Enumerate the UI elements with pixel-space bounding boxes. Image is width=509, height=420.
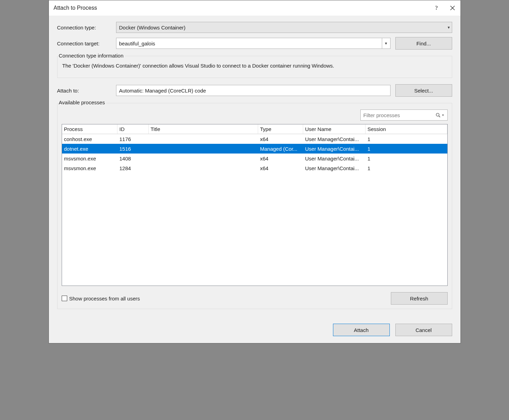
table-cell: 1284 xyxy=(117,165,149,171)
table-row[interactable]: msvsmon.exe1408x64User Manager\Contai...… xyxy=(62,154,447,163)
table-cell: User Manager\Contai... xyxy=(303,156,366,161)
table-cell: User Manager\Contai... xyxy=(303,165,366,171)
table-cell: x64 xyxy=(258,165,303,171)
dialog-title: Attach to Process xyxy=(54,5,97,11)
close-button[interactable] xyxy=(445,0,460,16)
process-table[interactable]: Process ID Title Type User Name Session … xyxy=(62,124,448,286)
connection-type-combo[interactable]: Docker (Windows Container) ▾ xyxy=(116,22,452,33)
col-title[interactable]: Title xyxy=(149,124,258,134)
dialog-footer: Attach Cancel xyxy=(49,315,460,343)
svg-line-3 xyxy=(439,116,440,117)
find-button[interactable]: Find... xyxy=(395,37,452,50)
col-id[interactable]: ID xyxy=(117,124,149,134)
available-processes-group: Available processes Filter processes ▼ P… xyxy=(57,103,452,309)
available-processes-label: Available processes xyxy=(58,99,106,105)
chevron-down-icon[interactable]: ▾ xyxy=(382,38,390,49)
titlebar: Attach to Process ? xyxy=(49,0,460,16)
table-cell: 1408 xyxy=(117,156,149,161)
table-cell: conhost.exe xyxy=(62,136,117,142)
connection-type-label: Connection type: xyxy=(57,25,116,30)
show-all-users-checkbox[interactable] xyxy=(62,296,67,301)
col-type[interactable]: Type xyxy=(258,124,303,134)
table-cell: 1 xyxy=(366,165,447,171)
close-icon xyxy=(450,6,455,10)
table-row[interactable]: msvsmon.exe1284x64User Manager\Contai...… xyxy=(62,163,447,173)
table-cell: 1516 xyxy=(117,146,149,152)
connection-type-value: Docker (Windows Container) xyxy=(119,25,186,30)
show-all-users-label: Show processes from all users xyxy=(69,296,140,301)
attach-to-label: Attach to: xyxy=(57,88,116,94)
attach-to-process-dialog: Attach to Process ? Connection type: Doc… xyxy=(49,0,461,343)
table-cell: User Manager\Contai... xyxy=(303,136,366,142)
filter-placeholder: Filter processes xyxy=(363,112,400,118)
table-cell: dotnet.exe xyxy=(62,146,117,152)
select-button[interactable]: Select... xyxy=(395,84,452,97)
attach-to-value: Automatic: Managed (CoreCLR) code xyxy=(119,88,206,94)
col-session[interactable]: Session xyxy=(366,124,447,134)
chevron-down-icon: ▾ xyxy=(448,25,450,30)
table-row[interactable]: conhost.exe1176x64User Manager\Contai...… xyxy=(62,134,447,144)
table-cell: x64 xyxy=(258,156,303,161)
help-icon: ? xyxy=(435,5,438,11)
search-icon[interactable]: ▼ xyxy=(436,113,445,118)
connection-info-group: Connection type information The 'Docker … xyxy=(57,56,452,78)
connection-target-value: beautiful_galois xyxy=(119,41,155,46)
col-user[interactable]: User Name xyxy=(303,124,366,134)
connection-target-combo[interactable]: beautiful_galois ▾ xyxy=(116,38,390,49)
table-cell: Managed (Cor... xyxy=(258,146,303,152)
help-button[interactable]: ? xyxy=(429,0,445,16)
cancel-button[interactable]: Cancel xyxy=(395,324,452,336)
connection-info-header: Connection type information xyxy=(58,53,125,59)
filter-processes-input[interactable]: Filter processes ▼ xyxy=(360,110,448,121)
attach-button[interactable]: Attach xyxy=(333,324,390,336)
table-cell: 1 xyxy=(366,136,447,142)
svg-point-2 xyxy=(436,113,439,116)
table-cell: 1 xyxy=(366,146,447,152)
table-cell: msvsmon.exe xyxy=(62,165,117,171)
refresh-button[interactable]: Refresh xyxy=(391,292,448,305)
table-cell: msvsmon.exe xyxy=(62,156,117,161)
table-cell: 1176 xyxy=(117,136,149,142)
table-cell: User Manager\Contai... xyxy=(303,146,366,152)
attach-to-value-box: Automatic: Managed (CoreCLR) code xyxy=(116,85,390,96)
table-cell: x64 xyxy=(258,136,303,142)
table-row[interactable]: dotnet.exe1516Managed (Cor...User Manage… xyxy=(62,144,447,154)
table-header[interactable]: Process ID Title Type User Name Session xyxy=(62,124,447,134)
chevron-down-icon: ▼ xyxy=(442,114,445,117)
connection-info-text: The 'Docker (Windows Container)' connect… xyxy=(58,62,452,69)
col-process[interactable]: Process xyxy=(62,124,117,134)
connection-target-label: Connection target: xyxy=(57,41,116,46)
table-cell: 1 xyxy=(366,156,447,161)
